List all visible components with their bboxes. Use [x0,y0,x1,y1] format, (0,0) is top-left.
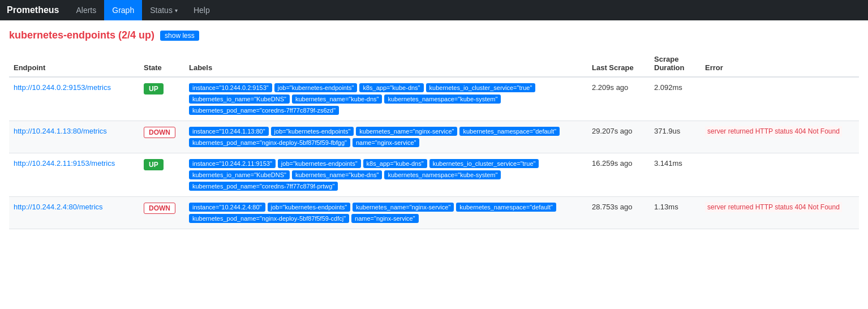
labels-cell: instance="10.244.1.13:80"job="kubernetes… [184,121,587,153]
chevron-down-icon: ▾ [175,7,178,14]
state-cell: DOWN [139,197,184,229]
label-badge[interactable]: kubernetes_namespace="default" [456,203,556,212]
th-last-scrape: Last Scrape [587,50,650,77]
th-error: Error [701,50,859,77]
label-badge[interactable]: kubernetes_pod_name="nginx-deploy-5bf87f… [189,214,349,223]
label-badge[interactable]: kubernetes_io_name="KubeDNS" [189,170,290,179]
table-header: Endpoint State Labels Last Scrape Scrape… [9,50,859,77]
endpoint-cell: http://10.244.2.4:80/metrics [9,197,139,229]
labels-container: instance="10.244.2.4:80"job="kubernetes-… [189,203,583,223]
nav-alerts[interactable]: Alerts [68,0,104,20]
scrape-duration-cell: 2.092ms [650,77,701,121]
scrape-duration-cell: 3.141ms [650,153,701,197]
section-header: kubernetes-endpoints (2/4 up) show less [9,29,859,41]
error-cell [701,153,859,197]
endpoint-link[interactable]: http://10.244.2.4:80/metrics [14,203,103,211]
table-row: http://10.244.2.4:80/metricsDOWNinstance… [9,197,859,229]
state-badge: UP [144,159,164,170]
label-badge[interactable]: kubernetes_namespace="default" [459,127,560,136]
label-badge[interactable]: kubernetes_namespace="kube-system" [384,170,501,179]
label-badge[interactable]: job="kubernetes-endpoints" [271,127,354,136]
nav-graph[interactable]: Graph [104,0,142,20]
labels-container: instance="10.244.1.13:80"job="kubernetes… [189,127,583,147]
scrape-duration-cell: 1.13ms [650,197,701,229]
error-cell [701,77,859,121]
th-scrape-duration: Scrape Duration [650,50,701,77]
label-badge[interactable]: kubernetes_name="kube-dns" [292,170,383,179]
label-badge[interactable]: instance="10.244.2.4:80" [189,203,265,212]
state-badge: DOWN [144,127,175,138]
state-cell: UP [139,153,184,197]
table-row: http://10.244.2.11:9153/metricsUPinstanc… [9,153,859,197]
labels-cell: instance="10.244.2.4:80"job="kubernetes-… [184,197,587,229]
th-endpoint: Endpoint [9,50,139,77]
label-badge[interactable]: kubernetes_name="nginx-service" [356,127,457,136]
label-badge[interactable]: kubernetes_pod_name="coredns-7ff77c879f-… [189,182,338,191]
label-badge[interactable]: k8s_app="kube-dns" [363,159,427,168]
brand-logo[interactable]: Prometheus [7,5,59,15]
state-badge: UP [144,83,164,95]
label-badge[interactable]: name="nginx-service" [353,138,420,147]
nav-status-label: Status [150,6,173,15]
show-less-button[interactable]: show less [160,31,199,41]
error-cell: server returned HTTP status 404 Not Foun… [701,121,859,153]
label-badge[interactable]: name="nginx-service" [351,214,419,223]
label-badge[interactable]: kubernetes_io_cluster_service="true" [429,159,539,168]
error-text: server returned HTTP status 404 Not Foun… [705,202,842,212]
last-scrape-cell: 28.753s ago [587,197,650,229]
nav-status[interactable]: Status ▾ [142,0,186,20]
label-badge[interactable]: kubernetes_io_name="KubeDNS" [189,95,290,104]
error-text: server returned HTTP status 404 Not Foun… [705,126,842,136]
label-badge[interactable]: kubernetes_name="nginx-service" [353,203,454,212]
label-badge[interactable]: kubernetes_pod_name="nginx-deploy-5bf87f… [189,138,350,147]
scrape-duration-cell: 371.9us [650,121,701,153]
state-badge: DOWN [144,203,175,214]
endpoint-link[interactable]: http://10.244.2.11:9153/metrics [14,159,115,168]
label-badge[interactable]: job="kubernetes-endpoints" [268,203,351,212]
endpoints-table: Endpoint State Labels Last Scrape Scrape… [9,50,859,229]
state-cell: DOWN [139,121,184,153]
endpoint-cell: http://10.244.1.13:80/metrics [9,121,139,153]
endpoint-cell: http://10.244.0.2:9153/metrics [9,77,139,121]
labels-cell: instance="10.244.2.11:9153"job="kubernet… [184,153,587,197]
label-badge[interactable]: job="kubernetes-endpoints" [274,83,358,92]
section-title: kubernetes-endpoints (2/4 up) [9,29,154,41]
label-badge[interactable]: kubernetes_io_cluster_service="true" [426,83,536,92]
table-body: http://10.244.0.2:9153/metricsUPinstance… [9,77,859,229]
labels-cell: instance="10.244.0.2:9153"job="kubernete… [184,77,587,121]
nav-help[interactable]: Help [186,0,218,20]
last-scrape-cell: 2.209s ago [587,77,650,121]
main-content: kubernetes-endpoints (2/4 up) show less … [0,20,868,229]
label-badge[interactable]: kubernetes_pod_name="coredns-7ff77c879f-… [189,106,339,115]
last-scrape-cell: 16.259s ago [587,153,650,197]
label-badge[interactable]: kubernetes_namespace="kube-system" [384,95,501,104]
endpoint-cell: http://10.244.2.11:9153/metrics [9,153,139,197]
label-badge[interactable]: kubernetes_name="kube-dns" [292,95,383,104]
nav-items: Alerts Graph Status ▾ Help [68,0,217,20]
label-badge[interactable]: job="kubernetes-endpoints" [278,159,361,168]
table-row: http://10.244.1.13:80/metricsDOWNinstanc… [9,121,859,153]
navbar: Prometheus Alerts Graph Status ▾ Help [0,0,868,20]
labels-container: instance="10.244.2.11:9153"job="kubernet… [189,159,583,191]
th-state: State [139,50,184,77]
label-badge[interactable]: k8s_app="kube-dns" [359,83,423,92]
labels-container: instance="10.244.0.2:9153"job="kubernete… [189,83,583,115]
th-labels: Labels [184,50,587,77]
table-row: http://10.244.0.2:9153/metricsUPinstance… [9,77,859,121]
label-badge[interactable]: instance="10.244.1.13:80" [189,127,269,136]
error-cell: server returned HTTP status 404 Not Foun… [701,197,859,229]
label-badge[interactable]: instance="10.244.0.2:9153" [189,83,272,92]
endpoint-link[interactable]: http://10.244.1.13:80/metrics [14,127,107,135]
state-cell: UP [139,77,184,121]
last-scrape-cell: 29.207s ago [587,121,650,153]
label-badge[interactable]: instance="10.244.2.11:9153" [189,159,276,168]
endpoint-link[interactable]: http://10.244.0.2:9153/metrics [14,83,111,92]
